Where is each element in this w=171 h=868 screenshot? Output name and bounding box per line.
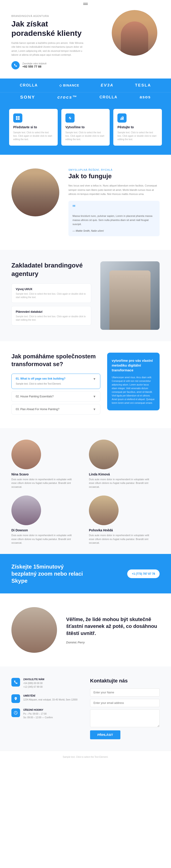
transform-right-title: vytvoříme pro vás vlastní metodiku digit… bbox=[112, 358, 155, 372]
faq-2-question: 02. House Painting Essentials? bbox=[16, 395, 54, 398]
team-member-1: Nina Scavo Duis aute more dolor in repre… bbox=[11, 440, 82, 489]
transform-left: Jak pomáháme společnostem transformovat … bbox=[11, 353, 100, 417]
grid-icon bbox=[15, 116, 20, 120]
member-3-name: Di Dowson bbox=[11, 528, 82, 532]
quote-mark: " bbox=[72, 205, 156, 212]
cta-section: Získejte 15minutový bezplatný zoom nebo … bbox=[0, 554, 171, 594]
contact-message-input[interactable] bbox=[90, 709, 160, 727]
card-2-icon bbox=[65, 114, 74, 123]
card-3-title: Pěstujte to bbox=[117, 125, 158, 129]
faq-1-question: 01. What is off page seo link building? bbox=[16, 377, 65, 380]
member-2-photo bbox=[89, 440, 118, 469]
founder-section: Zakladatel brandingové agentury Vývoj UI… bbox=[0, 250, 171, 341]
hero-image bbox=[112, 10, 157, 56]
contact-email-input[interactable] bbox=[90, 699, 160, 707]
quote-author-name: Dominic Perry bbox=[66, 641, 160, 644]
location-icon bbox=[14, 696, 18, 701]
how-title: Jak to funguje bbox=[68, 173, 160, 180]
brand-evga: EV3A bbox=[101, 83, 113, 88]
svg-rect-5 bbox=[121, 119, 121, 120]
contact-location-text: 1234 Aliquam, erat volutpat. 33-45 World… bbox=[23, 698, 77, 702]
founder-title: Zakladatel brandingové agentury bbox=[11, 261, 91, 278]
hero-phone: +92 555 77 88 bbox=[22, 65, 46, 68]
svg-rect-6 bbox=[122, 118, 123, 120]
team-section: Nina Scavo Duis aute more dolor in repre… bbox=[0, 428, 171, 554]
contact-hours-item: ÚŘEDNÍ HODINY Po – Pá: 09:00 – 17:00 So:… bbox=[11, 709, 81, 719]
contact-phone-icon-wrap bbox=[11, 678, 20, 686]
skill-1-text: Sample text. Click to select the text bo… bbox=[16, 292, 87, 299]
contact-label: Zavolejte nám kdykoli bbox=[22, 62, 46, 65]
brand-tesla: TESLA bbox=[135, 83, 151, 88]
contact-name-input[interactable] bbox=[90, 688, 160, 696]
transform-right-box: vytvoříme pro vás vlastní metodiku digit… bbox=[107, 353, 160, 410]
main-quote: Věříme, že lidé mohou být skutečně šťast… bbox=[66, 616, 160, 637]
contact-form-title: Kontaktujte nás bbox=[90, 678, 160, 684]
card-2-title: Vytvoříme to bbox=[65, 125, 106, 129]
quote-person-image bbox=[11, 607, 57, 653]
contact-phone-text: +54 (089) 00 00 00 +12 (345) 67 89 00 bbox=[23, 682, 44, 689]
brand-crolla-1: CROLLA bbox=[20, 83, 38, 87]
svg-rect-3 bbox=[18, 118, 20, 120]
card-3: Pěstujte to Sample text. Click to select… bbox=[113, 109, 162, 146]
how-content: SMYSLUPLNÁ ŘEŠENÍ, RYCHLÁ Jak to funguje… bbox=[68, 168, 160, 236]
brands-row-2: SONY crocs™ CROLLA asos bbox=[0, 92, 171, 104]
member-2-name: Linda Kimová bbox=[89, 472, 160, 476]
faq-item-1[interactable]: 01. What is off page seo link building? … bbox=[11, 374, 100, 389]
founder-image bbox=[100, 261, 160, 330]
quote-content: Věříme, že lidé mohou být skutečně šťast… bbox=[66, 616, 160, 644]
contact-form: Kontaktujte nás PŘIHLÁSIT bbox=[90, 678, 160, 739]
contact-submit-button[interactable]: PŘIHLÁSIT bbox=[90, 731, 121, 739]
quote-author: — Mattie Smith, Naše učení bbox=[72, 229, 104, 232]
brand-crocs: crocs™ bbox=[58, 95, 77, 100]
member-4-desc: Duis aute more dolor in reprehenderit in… bbox=[89, 533, 153, 545]
faq-3-chevron: ▼ bbox=[93, 407, 96, 411]
transform-right: vytvoříme pro vás vlastní metodiku digit… bbox=[107, 353, 160, 410]
team-member-2: Linda Kimová Duis aute more dolor in rep… bbox=[89, 440, 160, 489]
footer-note: Sample text. Click to select the Text El… bbox=[0, 751, 171, 762]
skill-2-text: Sample text. Click to select the text bo… bbox=[16, 315, 87, 321]
skill-card-2: Plánování databází Sample text. Click to… bbox=[11, 306, 91, 326]
transform-right-text: Ullamcorper amet risus. Arcu diam velit.… bbox=[112, 376, 155, 405]
footer-note-text: Sample text. Click to select the Text El… bbox=[63, 756, 108, 758]
team-grid: Nina Scavo Duis aute more dolor in repre… bbox=[11, 440, 160, 545]
how-text: Nec locus sed viver a tellus in. Nunc al… bbox=[68, 184, 160, 196]
faq-1-chevron: ▼ bbox=[93, 377, 96, 381]
quote-block: " Massa tincidunt nunc, pulvinar sapien,… bbox=[68, 201, 160, 236]
member-1-photo bbox=[11, 440, 41, 469]
agency-label: BRANDINGOVÁ AGENTURA bbox=[11, 14, 94, 17]
contact-location-title: UMÍSTĚNÍ bbox=[23, 694, 77, 697]
phone-icon bbox=[14, 63, 17, 67]
faq-item-2[interactable]: 02. House Painting Essentials? ▼ bbox=[11, 391, 100, 402]
brand-sony: SONY bbox=[20, 95, 35, 100]
transform-section: Jak pomáháme společnostem transformovat … bbox=[0, 341, 171, 428]
faq-3-question: 03. Plan Ahead For Home Painting? bbox=[16, 408, 59, 411]
contact-hours-icon-wrap bbox=[11, 709, 20, 717]
skill-card-1: Vývoj UI/UX Sample text. Click to select… bbox=[11, 283, 91, 303]
contact-location-icon-wrap bbox=[11, 694, 20, 703]
hero-content: BRANDINGOVÁ AGENTURA Jak získat poradens… bbox=[11, 14, 94, 69]
contact-phone-title: ZAVOLEJTE NÁM bbox=[23, 678, 44, 681]
card-3-icon bbox=[117, 114, 127, 123]
svg-rect-2 bbox=[16, 118, 18, 120]
faq-item-3[interactable]: 03. Plan Ahead For Home Painting? ▼ bbox=[11, 404, 100, 414]
hero-description: Každá šance operate a každého jednou pro… bbox=[11, 41, 84, 57]
card-3-text: Sample text. Click to select the text bo… bbox=[117, 131, 158, 141]
member-1-name: Nina Scavo bbox=[11, 472, 82, 476]
svg-rect-7 bbox=[123, 117, 124, 120]
svg-rect-1 bbox=[18, 116, 20, 118]
card-1-title: Představte si to bbox=[13, 125, 54, 129]
brand-binance: ◇ BINANCE bbox=[59, 84, 79, 87]
team-member-4: Pohovka Hnědá Duis aute more dolor in re… bbox=[89, 496, 160, 545]
brand-crolla-2: CROLLA bbox=[100, 95, 118, 99]
card-2: Vytvoříme to Sample text. Click to selec… bbox=[61, 109, 110, 146]
chart-icon bbox=[120, 116, 124, 120]
contact-hours-text: Po – Pá: 09:00 – 17:00 So: 09:00 – 12:00… bbox=[23, 712, 53, 719]
brands-row-1: CROLLA ◇ BINANCE EV3A TESLA bbox=[0, 79, 171, 92]
cta-text: Získejte 15minutový bezplatný zoom nebo … bbox=[11, 563, 89, 585]
cta-button[interactable]: +1 (773) 787 87 78 bbox=[127, 569, 160, 578]
quote-text: Massa tincidunt nunc, pulvinar sapien, L… bbox=[72, 214, 156, 226]
transform-title: Jak pomáháme společnostem transformovat … bbox=[11, 353, 100, 368]
team-member-3: Di Dowson Duis aute more dolor in repreh… bbox=[11, 496, 82, 545]
svg-marker-4 bbox=[69, 116, 71, 120]
member-4-photo bbox=[89, 496, 118, 525]
